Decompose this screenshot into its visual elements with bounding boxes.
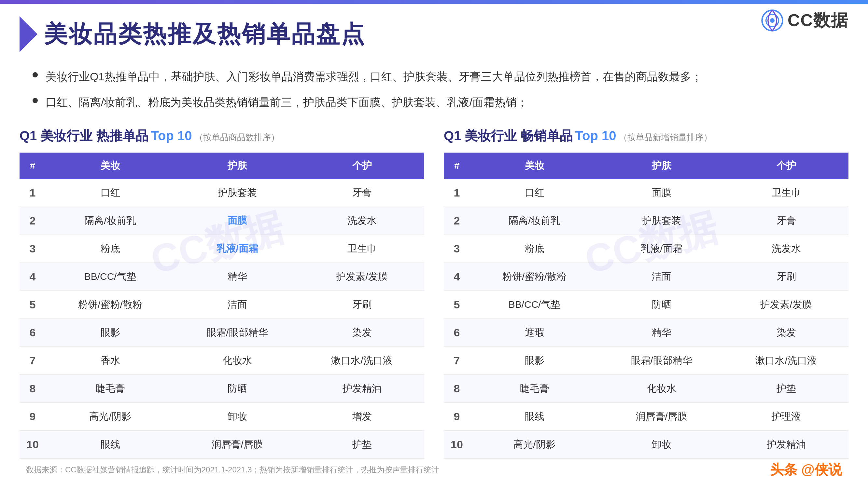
table-cell: 染发 xyxy=(300,319,424,347)
table-row: 2隔离/妆前乳面膜洗发水 xyxy=(20,207,424,235)
table-cell: 面膜 xyxy=(175,207,300,235)
table-row: 6眼影眼霜/眼部精华染发 xyxy=(20,319,424,347)
table-cell: 面膜 xyxy=(599,179,724,207)
bullet-dot-1 xyxy=(33,72,38,77)
table2-title: Q1 美妆行业 畅销单品 Top 10 （按单品新增销量排序） xyxy=(444,127,848,145)
table-cell: 香水 xyxy=(45,347,175,375)
table-cell: 染发 xyxy=(724,319,848,347)
footer-brand-text1: 头条 xyxy=(770,462,797,477)
table-row: 7眼影眼霜/眼部精华漱口水/洗口液 xyxy=(444,347,848,375)
table-cell: 2 xyxy=(20,207,45,235)
table-cell: 10 xyxy=(20,431,45,459)
table-cell: 睫毛膏 xyxy=(470,375,599,403)
table-cell: 化妆水 xyxy=(599,375,724,403)
table1-header-row: # 美妆 护肤 个护 xyxy=(20,153,424,179)
page-title: 美妆品类热推及热销单品盘点 xyxy=(44,19,366,50)
footer: 数据来源：CC数据社媒营销情报追踪，统计时间为2021.1-2021.3；热销为… xyxy=(26,461,842,479)
table-cell: 漱口水/洗口液 xyxy=(300,347,424,375)
table-row: 10高光/阴影卸妆护发精油 xyxy=(444,431,848,459)
table-cell: 牙膏 xyxy=(724,207,848,235)
table-row: 9眼线润唇膏/唇膜护理液 xyxy=(444,403,848,431)
table-cell: 口红 xyxy=(45,179,175,207)
table-cell: 遮瑕 xyxy=(470,319,599,347)
table-cell: 7 xyxy=(444,347,470,375)
table-cell: 眼霜/眼部精华 xyxy=(175,319,300,347)
footer-brand: 头条 @侠说 xyxy=(770,461,842,479)
table-cell: 洁面 xyxy=(175,291,300,319)
table-row: 9高光/阴影卸妆增发 xyxy=(20,403,424,431)
table-row: 1口红护肤套装牙膏 xyxy=(20,179,424,207)
footer-source: 数据来源：CC数据社媒营销情报追踪，统计时间为2021.1-2021.3；热销为… xyxy=(26,464,439,475)
table-cell: 卫生巾 xyxy=(300,235,424,263)
table1-col-rank: # xyxy=(20,153,45,179)
logo-area: CC数据 xyxy=(761,9,848,32)
table2-top-label: Top 10 xyxy=(575,129,616,143)
table-cell: 精华 xyxy=(175,263,300,291)
cc-logo-icon xyxy=(761,9,784,32)
table-row: 5BB/CC/气垫防晒护发素/发膜 xyxy=(444,291,848,319)
table-row: 10眼线润唇膏/唇膜护垫 xyxy=(20,431,424,459)
table-cell: 6 xyxy=(444,319,470,347)
logo-text: CC数据 xyxy=(787,9,848,32)
table1-col-personal: 个护 xyxy=(300,153,424,179)
table-hot-selling: Q1 美妆行业 畅销单品 Top 10 （按单品新增销量排序） # 美妆 护肤 … xyxy=(444,127,848,459)
table-cell: 8 xyxy=(444,375,470,403)
table-cell: 10 xyxy=(444,431,470,459)
table-cell: 6 xyxy=(20,319,45,347)
table-hot-recommended: Q1 美妆行业 热推单品 Top 10 （按单品商品数排序） # 美妆 护肤 个… xyxy=(20,127,424,459)
table-cell: 增发 xyxy=(300,403,424,431)
table-cell: 高光/阴影 xyxy=(470,431,599,459)
table-cell: 高光/阴影 xyxy=(45,403,175,431)
table-cell: 隔离/妆前乳 xyxy=(470,207,599,235)
bullet-dot-2 xyxy=(33,98,38,103)
footer-brand-text2: @侠说 xyxy=(801,462,842,477)
table-row: 5粉饼/蜜粉/散粉洁面牙刷 xyxy=(20,291,424,319)
bullets-section: 美妆行业Q1热推单品中，基础护肤、入门彩妆单品消费需求强烈，口红、护肤套装、牙膏… xyxy=(33,68,835,120)
table-cell: 5 xyxy=(444,291,470,319)
table-row: 8睫毛膏防晒护发精油 xyxy=(20,375,424,403)
table-cell: 7 xyxy=(20,347,45,375)
table-cell: 9 xyxy=(444,403,470,431)
table-cell: 卸妆 xyxy=(175,403,300,431)
table-cell: 护垫 xyxy=(300,431,424,459)
table-cell: 眼影 xyxy=(45,319,175,347)
table1-subtitle: （按单品商品数排序） xyxy=(195,132,279,143)
table-cell: 润唇膏/唇膜 xyxy=(599,403,724,431)
table-cell: BB/CC/气垫 xyxy=(470,291,599,319)
bullet-text-1: 美妆行业Q1热推单品中，基础护肤、入门彩妆单品消费需求强烈，口红、护肤套装、牙膏… xyxy=(45,68,702,85)
table-cell: 漱口水/洗口液 xyxy=(724,347,848,375)
table-cell: 洗发水 xyxy=(724,235,848,263)
table-cell: 眼霜/眼部精华 xyxy=(599,347,724,375)
table-cell: 乳液/面霜 xyxy=(599,235,724,263)
table-cell: 护发精油 xyxy=(300,375,424,403)
table-cell: 乳液/面霜 xyxy=(175,235,300,263)
table-cell: 眼影 xyxy=(470,347,599,375)
header-bar xyxy=(0,0,868,4)
table-cell: 1 xyxy=(20,179,45,207)
table1-top-label: Top 10 xyxy=(151,129,192,143)
table-cell: 护肤套装 xyxy=(599,207,724,235)
table-cell: 3 xyxy=(444,235,470,263)
table2: # 美妆 护肤 个护 1口红面膜卫生巾2隔离/妆前乳护肤套装牙膏3粉底乳液/面霜… xyxy=(444,153,848,459)
table2-col-skincare: 护肤 xyxy=(599,153,724,179)
table-cell: 4 xyxy=(444,263,470,291)
title-arrow-icon xyxy=(20,16,37,52)
tables-section: Q1 美妆行业 热推单品 Top 10 （按单品商品数排序） # 美妆 护肤 个… xyxy=(20,127,848,459)
table-cell: 隔离/妆前乳 xyxy=(45,207,175,235)
table-cell: 精华 xyxy=(599,319,724,347)
table-cell: 3 xyxy=(20,235,45,263)
table-row: 2隔离/妆前乳护肤套装牙膏 xyxy=(444,207,848,235)
table-row: 6遮瑕精华染发 xyxy=(444,319,848,347)
title-section: 美妆品类热推及热销单品盘点 xyxy=(20,16,366,52)
table-cell: 护发精油 xyxy=(724,431,848,459)
table-cell: 防晒 xyxy=(599,291,724,319)
table2-subtitle: （按单品新增销量排序） xyxy=(619,132,712,143)
table-cell: 护垫 xyxy=(724,375,848,403)
table2-col-personal: 个护 xyxy=(724,153,848,179)
table-row: 3粉底乳液/面霜洗发水 xyxy=(444,235,848,263)
table1: # 美妆 护肤 个护 1口红护肤套装牙膏2隔离/妆前乳面膜洗发水3粉底乳液/面霜… xyxy=(20,153,424,459)
table1-title-prefix: Q1 美妆行业 热推单品 xyxy=(20,127,149,145)
table-cell: 卫生巾 xyxy=(724,179,848,207)
bullet-text-2: 口红、隔离/妆前乳、粉底为美妆品类热销销量前三，护肤品类下面膜、护肤套装、乳液/… xyxy=(45,94,528,110)
table-row: 7香水化妆水漱口水/洗口液 xyxy=(20,347,424,375)
